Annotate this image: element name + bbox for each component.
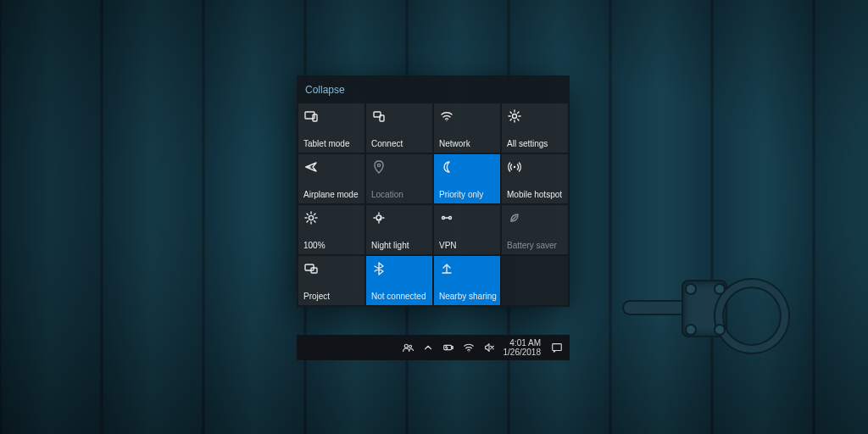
tile-label: Battery saver bbox=[507, 241, 565, 250]
tile-battery-saver: Battery saver bbox=[502, 205, 568, 254]
volume-mute-icon[interactable] bbox=[483, 342, 495, 353]
tablet-icon bbox=[304, 109, 318, 123]
collapse-link[interactable]: Collapse bbox=[297, 75, 570, 103]
tile-label: Mobile hotspot bbox=[507, 190, 565, 199]
chevron-up-icon[interactable] bbox=[422, 342, 434, 353]
taskbar: 4:01 AM 1/26/2018 bbox=[297, 335, 570, 360]
system-tray bbox=[397, 342, 500, 353]
connect-icon bbox=[372, 109, 386, 123]
quick-actions-grid: Tablet modeConnectNetworkAll settingsAir… bbox=[297, 103, 570, 307]
tile-bluetooth[interactable]: Not connected bbox=[366, 256, 432, 305]
tile-night-light[interactable]: Night light bbox=[366, 205, 432, 254]
tile-priority-only[interactable]: Priority only bbox=[434, 154, 500, 203]
tile-empty bbox=[502, 256, 568, 305]
tile-label: Network bbox=[439, 139, 497, 148]
hotspot-icon bbox=[508, 160, 521, 174]
people-icon[interactable] bbox=[402, 342, 414, 353]
tile-airplane-mode[interactable]: Airplane mode bbox=[298, 154, 364, 203]
tile-label: All settings bbox=[507, 139, 565, 148]
clock-time: 4:01 AM bbox=[504, 338, 542, 348]
tile-nearby-sharing[interactable]: Nearby sharing bbox=[434, 256, 500, 305]
tile-label: Location bbox=[371, 190, 429, 199]
tile-all-settings[interactable]: All settings bbox=[502, 103, 568, 153]
tile-label: Project bbox=[303, 292, 361, 301]
tile-project[interactable]: Project bbox=[298, 256, 364, 305]
tile-label: Connect bbox=[371, 139, 429, 148]
action-center-button[interactable] bbox=[544, 342, 570, 353]
project-icon bbox=[304, 262, 318, 275]
action-center-panel: Collapse Tablet modeConnectNetworkAll se… bbox=[297, 75, 570, 307]
tile-label: Priority only bbox=[439, 190, 497, 199]
taskbar-clock[interactable]: 4:01 AM 1/26/2018 bbox=[500, 338, 545, 358]
tile-network[interactable]: Network bbox=[434, 103, 500, 153]
wallpaper-latch bbox=[624, 263, 785, 356]
leaf-icon bbox=[508, 211, 521, 225]
tile-label: 100% bbox=[303, 241, 361, 250]
share-icon bbox=[440, 262, 453, 275]
tile-label: Nearby sharing bbox=[439, 292, 497, 301]
tile-tablet-mode[interactable]: Tablet mode bbox=[298, 103, 364, 153]
tile-label: Not connected bbox=[371, 292, 429, 301]
location-icon bbox=[372, 160, 386, 174]
tile-mobile-hotspot[interactable]: Mobile hotspot bbox=[502, 154, 568, 203]
brightness-icon bbox=[304, 211, 318, 225]
airplane-icon bbox=[304, 160, 318, 174]
tile-label: Night light bbox=[371, 241, 429, 250]
wifi-icon[interactable] bbox=[463, 342, 475, 353]
gear-icon bbox=[508, 109, 521, 123]
tile-vpn[interactable]: VPN bbox=[434, 205, 500, 254]
wifi-icon bbox=[440, 109, 453, 123]
battery-icon[interactable] bbox=[442, 342, 454, 353]
tile-location: Location bbox=[366, 154, 432, 203]
tile-label: VPN bbox=[439, 241, 497, 250]
clock-date: 1/26/2018 bbox=[504, 348, 542, 358]
tile-brightness[interactable]: 100% bbox=[298, 205, 364, 254]
tile-label: Tablet mode bbox=[303, 139, 361, 148]
tile-connect[interactable]: Connect bbox=[366, 103, 432, 153]
tile-label: Airplane mode bbox=[303, 190, 361, 199]
night-light-icon bbox=[372, 211, 386, 225]
moon-icon bbox=[440, 160, 453, 174]
bluetooth-icon bbox=[372, 262, 386, 275]
vpn-icon bbox=[440, 211, 453, 225]
